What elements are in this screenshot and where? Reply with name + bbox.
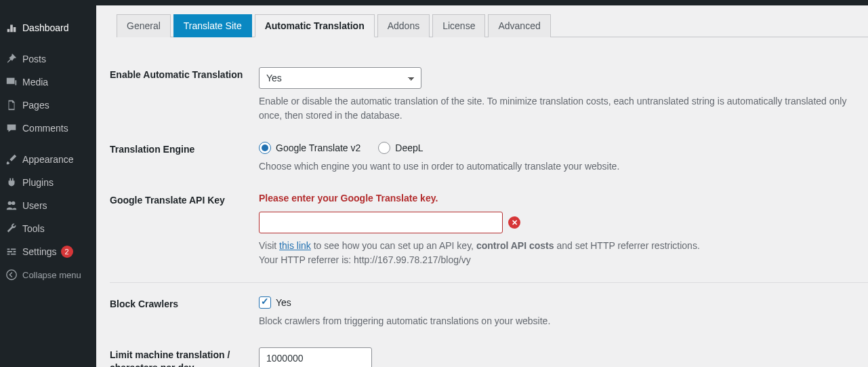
sidebar-item-plugins[interactable]: Plugins <box>0 171 96 194</box>
tab-translate-site[interactable]: Translate Site <box>173 14 252 37</box>
sidebar-item-settings[interactable]: Settings 2 <box>0 240 96 263</box>
radio-google-label: Google Translate v2 <box>276 142 360 153</box>
radio-deepl-label: DeepL <box>395 142 423 153</box>
admin-bar <box>0 0 868 5</box>
brush-icon <box>5 153 18 166</box>
admin-sidebar: Dashboard Posts Media Pages Comments App… <box>0 5 96 367</box>
http-referrer-text: Your HTTP referrer is: http://167.99.78.… <box>259 254 471 265</box>
desc-enable: Enable or disable the automatic translat… <box>259 94 868 123</box>
settings-form: Enable Automatic Translation Yes Enable … <box>110 37 868 367</box>
api-help-link[interactable]: this link <box>279 240 311 251</box>
settings-tabs: General Translate Site Automatic Transla… <box>117 14 868 37</box>
label-crawlers: Block Crawlers <box>110 296 259 311</box>
sliders-icon <box>5 245 18 258</box>
desc-crawlers: Block crawlers from triggering automatic… <box>259 314 868 328</box>
users-icon <box>5 199 18 212</box>
radio-deepl-input[interactable] <box>378 142 390 154</box>
radio-google[interactable]: Google Translate v2 <box>259 142 360 154</box>
collapse-label: Collapse menu <box>22 270 81 280</box>
input-google-api-key[interactable] <box>259 212 503 233</box>
page-icon <box>5 98 18 112</box>
sidebar-item-posts[interactable]: Posts <box>0 47 96 71</box>
desc-engine: Choose which engine you want to use in o… <box>259 159 868 174</box>
tab-automatic-translation[interactable]: Automatic Translation <box>255 14 375 37</box>
sidebar-item-pages[interactable]: Pages <box>0 94 96 117</box>
sidebar-item-label: Dashboard <box>22 22 69 33</box>
radio-google-input[interactable] <box>259 142 271 154</box>
svg-point-0 <box>7 270 16 279</box>
error-icon: ✕ <box>508 216 520 229</box>
sidebar-item-label: Media <box>22 77 48 88</box>
wrench-icon <box>5 222 18 235</box>
row-limit: Limit machine translation / characters p… <box>110 338 868 367</box>
settings-content: General Translate Site Automatic Transla… <box>96 5 868 367</box>
sidebar-item-label: Settings <box>22 246 57 257</box>
label-enable: Enable Automatic Translation <box>110 67 259 81</box>
sidebar-item-tools[interactable]: Tools <box>0 217 96 240</box>
sidebar-item-label: Plugins <box>22 177 54 188</box>
sidebar-item-label: Comments <box>22 123 68 134</box>
row-engine: Translation Engine Google Translate v2 D… <box>110 132 868 183</box>
sidebar-item-label: Posts <box>22 54 46 64</box>
radio-deepl[interactable]: DeepL <box>378 142 423 154</box>
plug-icon <box>5 176 18 189</box>
tab-addons[interactable]: Addons <box>377 14 430 37</box>
label-engine: Translation Engine <box>110 142 259 156</box>
input-char-limit[interactable] <box>259 347 372 367</box>
row-apikey: Google Translate API Key Please enter yo… <box>110 183 868 283</box>
sidebar-item-appearance[interactable]: Appearance <box>0 148 96 171</box>
sidebar-item-label: Users <box>22 200 47 211</box>
tab-general[interactable]: General <box>117 14 171 37</box>
collapse-icon <box>5 268 18 282</box>
sidebar-item-label: Appearance <box>22 154 74 165</box>
comments-icon <box>5 121 18 135</box>
collapse-menu[interactable]: Collapse menu <box>0 263 96 286</box>
select-enable-automatic[interactable]: Yes <box>259 67 421 89</box>
update-count-badge: 2 <box>61 246 73 258</box>
tab-license[interactable]: License <box>432 14 485 37</box>
sidebar-item-users[interactable]: Users <box>0 194 96 217</box>
desc-apikey-help: Visit this link to see how you can set u… <box>259 239 868 267</box>
pin-icon <box>5 52 18 66</box>
sidebar-item-media[interactable]: Media <box>0 71 96 94</box>
row-enable: Enable Automatic Translation Yes Enable … <box>110 58 868 132</box>
checkbox-block-crawlers-input[interactable] <box>259 296 271 309</box>
sidebar-item-comments[interactable]: Comments <box>0 117 96 140</box>
tab-advanced[interactable]: Advanced <box>488 14 550 37</box>
media-icon <box>5 75 18 89</box>
label-limit: Limit machine translation / characters p… <box>110 347 259 367</box>
sidebar-item-label: Tools <box>22 223 45 234</box>
checkbox-block-crawlers[interactable]: Yes <box>259 296 868 309</box>
dashboard-icon <box>5 21 18 35</box>
sidebar-item-dashboard[interactable]: Dashboard <box>0 16 96 39</box>
checkbox-block-crawlers-label: Yes <box>276 297 291 308</box>
apikey-error-text: Please enter your Google Translate key. <box>259 193 868 204</box>
label-apikey: Google Translate API Key <box>110 193 259 207</box>
sidebar-item-label: Pages <box>22 100 49 111</box>
row-crawlers: Block Crawlers Yes Block crawlers from t… <box>110 287 868 338</box>
